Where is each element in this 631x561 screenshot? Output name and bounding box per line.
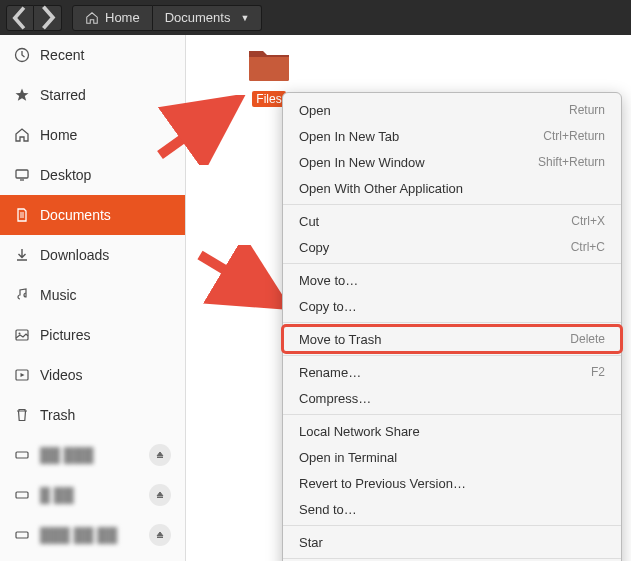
chevron-right-icon <box>34 4 61 31</box>
trash-icon <box>14 407 30 423</box>
menu-item-label: Cut <box>299 214 319 229</box>
videos-icon <box>14 367 30 383</box>
menu-item-label: Local Network Share <box>299 424 420 439</box>
breadcrumb-current[interactable]: Documents ▼ <box>153 5 263 31</box>
menu-item-copy[interactable]: CopyCtrl+C <box>283 234 621 260</box>
sidebar-item-videos[interactable]: Videos <box>0 355 185 395</box>
menu-item-label: Move to Trash <box>299 332 381 347</box>
menu-item-label: Open With Other Application <box>299 181 463 196</box>
menu-item-shortcut: Return <box>569 103 605 117</box>
sidebar-item-trash[interactable]: Trash <box>0 395 185 435</box>
menu-item-open-in-new-window[interactable]: Open In New WindowShift+Return <box>283 149 621 175</box>
menu-separator <box>283 525 621 526</box>
sidebar-item-label: █ ██ <box>40 487 74 503</box>
svg-point-3 <box>19 333 21 335</box>
star-icon <box>14 87 30 103</box>
folder-icon <box>247 45 291 83</box>
menu-item-shortcut: Ctrl+X <box>571 214 605 228</box>
clock-icon <box>14 47 30 63</box>
context-menu: OpenReturnOpen In New TabCtrl+ReturnOpen… <box>282 92 622 561</box>
menu-item-move-to-trash[interactable]: Move to TrashDelete <box>283 326 621 352</box>
menu-item-label: Open in Terminal <box>299 450 397 465</box>
folder-label: Files <box>252 91 285 107</box>
menu-item-label: Open <box>299 103 331 118</box>
sidebar-item-music[interactable]: Music <box>0 275 185 315</box>
svg-rect-5 <box>16 452 28 458</box>
menu-item-open-in-terminal[interactable]: Open in Terminal <box>283 444 621 470</box>
menu-separator <box>283 263 621 264</box>
annotation-arrow-2 <box>190 245 290 315</box>
topbar: Home Documents ▼ <box>0 0 631 35</box>
sidebar-item-mount-1[interactable]: ██ ███ <box>0 435 185 475</box>
eject-button[interactable] <box>149 524 171 546</box>
eject-button[interactable] <box>149 444 171 466</box>
chevron-down-icon: ▼ <box>240 13 249 23</box>
menu-item-shortcut: F2 <box>591 365 605 379</box>
menu-item-move-to[interactable]: Move to… <box>283 267 621 293</box>
sidebar-item-label: Desktop <box>40 167 91 183</box>
sidebar-item-label: Home <box>40 127 77 143</box>
nav-buttons <box>6 5 62 31</box>
sidebar-item-recent[interactable]: Recent <box>0 35 185 75</box>
documents-icon <box>14 207 30 223</box>
menu-separator <box>283 322 621 323</box>
eject-icon <box>155 530 165 540</box>
breadcrumb-home[interactable]: Home <box>72 5 153 31</box>
sidebar-item-downloads[interactable]: Downloads <box>0 235 185 275</box>
menu-separator <box>283 558 621 559</box>
menu-item-rename[interactable]: Rename…F2 <box>283 359 621 385</box>
menu-item-local-network-share[interactable]: Local Network Share <box>283 418 621 444</box>
menu-item-shortcut: Shift+Return <box>538 155 605 169</box>
sidebar-item-mount-3[interactable]: ███ ██ ██ <box>0 515 185 555</box>
breadcrumb-current-label: Documents <box>165 10 231 25</box>
sidebar-item-label: Music <box>40 287 77 303</box>
annotation-arrow-1 <box>150 95 250 165</box>
sidebar-item-documents[interactable]: Documents <box>0 195 185 235</box>
menu-item-cut[interactable]: CutCtrl+X <box>283 208 621 234</box>
eject-button[interactable] <box>149 484 171 506</box>
sidebar-item-label: Pictures <box>40 327 91 343</box>
eject-icon <box>155 490 165 500</box>
menu-item-send-to[interactable]: Send to… <box>283 496 621 522</box>
sidebar-item-pictures[interactable]: Pictures <box>0 315 185 355</box>
menu-item-label: Send to… <box>299 502 357 517</box>
menu-item-label: Compress… <box>299 391 371 406</box>
desktop-icon <box>14 167 30 183</box>
sidebar-item-label: ██ ███ <box>40 447 93 463</box>
sidebar-item-mount-4[interactable]: ██ █ ██ <box>0 555 185 561</box>
menu-item-label: Star <box>299 535 323 550</box>
menu-item-open-with-other-application[interactable]: Open With Other Application <box>283 175 621 201</box>
menu-item-open[interactable]: OpenReturn <box>283 97 621 123</box>
home-icon <box>14 127 30 143</box>
menu-item-open-in-new-tab[interactable]: Open In New TabCtrl+Return <box>283 123 621 149</box>
menu-item-label: Move to… <box>299 273 358 288</box>
menu-item-label: Copy to… <box>299 299 357 314</box>
menu-item-copy-to[interactable]: Copy to… <box>283 293 621 319</box>
menu-item-shortcut: Ctrl+Return <box>543 129 605 143</box>
back-button[interactable] <box>6 5 34 31</box>
sidebar-item-label: Documents <box>40 207 111 223</box>
menu-item-revert-to-previous-version[interactable]: Revert to Previous Version… <box>283 470 621 496</box>
chevron-left-icon <box>7 5 33 31</box>
menu-item-star[interactable]: Star <box>283 529 621 555</box>
menu-item-label: Open In New Tab <box>299 129 399 144</box>
sidebar-item-mount-2[interactable]: █ ██ <box>0 475 185 515</box>
svg-rect-6 <box>16 492 28 498</box>
breadcrumb: Home Documents ▼ <box>72 5 262 31</box>
sidebar-item-label: Trash <box>40 407 75 423</box>
menu-item-label: Copy <box>299 240 329 255</box>
home-icon <box>85 11 99 25</box>
sidebar-item-label: ███ ██ ██ <box>40 527 117 543</box>
svg-rect-1 <box>16 170 28 178</box>
menu-separator <box>283 414 621 415</box>
menu-item-label: Revert to Previous Version… <box>299 476 466 491</box>
drive-icon <box>14 487 30 503</box>
menu-item-shortcut: Delete <box>570 332 605 346</box>
menu-item-compress[interactable]: Compress… <box>283 385 621 411</box>
pictures-icon <box>14 327 30 343</box>
menu-item-label: Open In New Window <box>299 155 425 170</box>
svg-rect-7 <box>16 532 28 538</box>
menu-item-label: Rename… <box>299 365 361 380</box>
breadcrumb-home-label: Home <box>105 10 140 25</box>
forward-button[interactable] <box>34 5 62 31</box>
